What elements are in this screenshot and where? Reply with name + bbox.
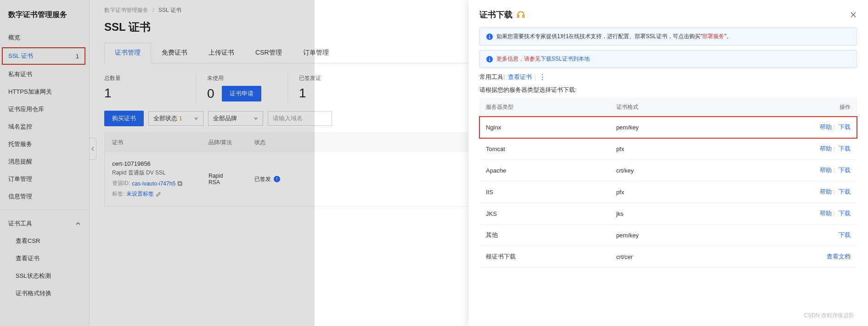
sidebar-item-private[interactable]: 私有证书 [0,66,89,83]
svg-rect-2 [518,15,519,17]
col-ops: 操作 [718,98,857,117]
chevron-up-icon [75,221,81,226]
stat-unused: 未使用 0 证书申请 [196,73,288,103]
status-count: 1 [179,115,182,122]
download-doc-link[interactable]: 下载SSL证书到本地 [541,56,590,62]
server-type: Apache [479,160,610,181]
info-icon [486,56,493,62]
tool-label: 常用工具: [479,73,505,81]
info-banner-1: 如果您需要技术专家提供1对1在线技术支持，进行配置、部署SSL证书，可点击购买"… [479,28,857,45]
sidebar-item-label: 域名监控 [8,123,32,131]
sidebar-group-tools[interactable]: 证书工具 [0,215,89,232]
sidebar-item-orders[interactable]: 订单管理 [0,170,89,188]
sidebar-item-hosting[interactable]: 托管服务 [0,135,89,153]
apply-cert-button[interactable]: 证书申请 [222,86,261,101]
cert-format: pem/key [610,225,718,246]
info-icon[interactable]: ! [274,176,280,182]
brand-select[interactable]: 全部品牌 [208,111,263,126]
table-row: Nginxpem/key帮助|下载 [479,117,857,138]
download-link[interactable]: 下载 [839,188,851,195]
svg-rect-7 [489,36,490,39]
sidebar-collapse-button[interactable] [89,138,96,160]
server-type: 根证书下载 [479,246,610,268]
sidebar-tool-ssl-status[interactable]: SSL状态检测 [0,267,89,285]
copy-icon[interactable] [177,181,183,186]
tab-label: CSR管理 [255,49,282,56]
view-doc-link[interactable]: 查看文档 [827,253,851,260]
sidebar-item-ssl[interactable]: SSL 证书 1 [2,47,85,65]
help-link[interactable]: 帮助 [820,124,832,130]
drawer-title: 证书下载 [479,9,513,20]
tab-csr-mgmt[interactable]: CSR管理 [245,43,293,63]
more-icon[interactable]: ⋮ [539,73,547,81]
tab-label: 证书管理 [115,49,141,56]
sidebar-item-label: 概览 [8,34,20,42]
buy-cert-button[interactable]: 购买证书 [104,111,144,126]
cert-format: pem/key [610,117,718,138]
sidebar-item-domain-monitor[interactable]: 域名监控 [0,118,89,135]
row-ops: 查看文档 [718,246,857,268]
view-cert-link[interactable]: 查看证书 [508,73,532,81]
col-cert: 证书 [112,139,209,146]
headset-icon[interactable] [516,10,525,19]
download-link[interactable]: 下载 [839,124,851,130]
sidebar-item-notifications[interactable]: 消息提醒 [0,153,89,170]
sidebar-item-cert-repo[interactable]: 证书应用仓库 [0,101,89,118]
sidebar-tool-csr[interactable]: 查看CSR [0,232,89,250]
server-type: Nginx [479,117,610,138]
tab-upload-cert[interactable]: 上传证书 [198,43,245,63]
sidebar-item-https-gateway[interactable]: HTTPS加速网关 [0,83,89,101]
sidebar-item-overview[interactable]: 概览 [0,29,89,46]
row-ops: 下载 [718,225,857,246]
table-row: 根证书下载crt/cer查看文档 [479,246,857,268]
help-link[interactable]: 帮助 [820,188,832,195]
select-label: 全部品牌 [213,114,237,123]
sidebar-item-label: 查看证书 [16,255,39,262]
download-link[interactable]: 下载 [839,231,851,238]
server-type: IIS [479,181,610,203]
tab-cert-mgmt[interactable]: 证书管理 [104,43,151,63]
stat-label: 未使用 [207,74,276,82]
row-ops: 帮助|下载 [718,138,857,160]
close-icon[interactable] [850,11,857,18]
sidebar-item-label: 消息提醒 [8,157,32,166]
svg-point-8 [489,35,490,36]
help-link[interactable]: 帮助 [820,145,832,152]
chevron-down-icon [254,115,258,122]
cert-name: cert-10719856 [112,160,209,167]
stat-label: 总数量 [104,74,185,82]
search-input[interactable]: 请输入域名 [268,111,332,126]
status-select[interactable]: 全部状态 1 [148,111,203,126]
tab-order-mgmt[interactable]: 订单管理 [293,43,339,63]
edit-icon[interactable] [156,191,161,197]
download-link[interactable]: 下载 [839,210,851,217]
tag-value: 未设置标签 [126,190,154,198]
sidebar-item-label: 查看CSR [16,237,40,244]
download-link[interactable]: 下载 [839,145,851,152]
help-link[interactable]: 帮助 [820,167,832,174]
tab-free-cert[interactable]: 免费证书 [151,43,198,63]
drawer-header: 证书下载 [468,0,868,28]
breadcrumb-root[interactable]: 数字证书管理服务 [104,7,148,13]
cert-format: jks [610,203,718,225]
row-ops: 帮助|下载 [718,160,857,181]
row-ops: 帮助|下载 [718,181,857,203]
tab-label: 上传证书 [209,49,234,56]
tag-label: 标签: [112,190,124,198]
tab-label: 免费证书 [162,49,187,56]
sidebar: 数字证书管理服务 概览 SSL 证书 1 私有证书 HTTPS加速网关 证书应用… [0,0,90,326]
table-row: JKSjks帮助|下载 [479,203,857,225]
info-icon [486,34,493,40]
deploy-service-link[interactable]: 部署服务 [702,33,724,39]
sidebar-tool-convert[interactable]: 证书格式转换 [0,285,89,302]
sidebar-tool-view-cert[interactable]: 查看证书 [0,250,89,267]
breadcrumb-sep: / [152,7,154,13]
help-link[interactable]: 帮助 [820,210,832,217]
col-status: 状态 [254,139,300,146]
cert-format: pfx [610,181,718,203]
sidebar-item-label: 证书应用仓库 [8,105,44,113]
col-cert-format: 证书格式 [610,98,718,117]
cert-brand: Rapid [209,173,254,179]
sidebar-item-info[interactable]: 信息管理 [0,188,89,205]
download-link[interactable]: 下载 [839,167,851,174]
